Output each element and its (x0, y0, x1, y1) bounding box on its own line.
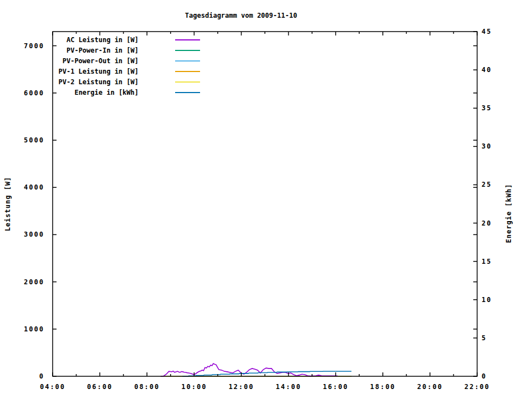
x-tick-label: 04:00 (33, 383, 72, 391)
legend-item-label: PV-Power-Out in [W] (22, 57, 139, 65)
y-tick-label: 0 (0, 372, 44, 380)
y2-tick-label: 25 (482, 181, 515, 188)
legend-item: AC Leistung in [W] (22, 34, 200, 45)
legend-item-label: PV-1 Leistung in [W] (22, 68, 139, 75)
x-tick-label: 10:00 (175, 383, 213, 391)
legend-item-line-sample (175, 71, 200, 72)
y-tick-label: 2000 (0, 278, 44, 286)
legend-item-line-sample (175, 60, 200, 62)
x-tick-label: 22:00 (458, 383, 497, 391)
y2-tick-label: 5 (482, 334, 515, 342)
legend-item: PV-Power-Out in [W] (22, 55, 200, 66)
y2-axis-title: Energie [kWh] (504, 158, 513, 269)
x-tick-label: 12:00 (222, 383, 260, 391)
x-tick-label: 18:00 (364, 383, 402, 391)
legend-item: PV-1 Leistung in [W] (22, 66, 200, 76)
x-tick-label: 06:00 (80, 383, 119, 391)
y-axis-title: Leistung [W] (3, 149, 12, 259)
legend-item-label: AC Leistung in [W] (22, 36, 139, 44)
y2-tick-label: 35 (482, 104, 515, 112)
y2-tick-label: 20 (482, 219, 515, 227)
legend-item: PV-Power-In in [W] (22, 45, 200, 55)
x-tick-label: 20:00 (411, 383, 449, 391)
legend-item-label: PV-Power-In in [W] (22, 47, 139, 54)
legend-item: PV-2 Leistung in [W] (22, 76, 200, 87)
y-tick-label: 4000 (0, 183, 44, 191)
chart-canvas: Tagesdiagramm vom 2009-11-10 Leistung [W… (0, 0, 532, 399)
legend-item-label: Energie in [kWh] (22, 89, 139, 96)
y-tick-label: 1000 (0, 325, 44, 333)
x-tick-label: 16:00 (316, 383, 355, 391)
x-tick-label: 14:00 (269, 383, 308, 391)
y-tick-label: 5000 (0, 136, 44, 144)
y-tick-label: 3000 (0, 231, 44, 238)
y2-tick-label: 0 (482, 372, 515, 380)
y2-tick-label: 45 (482, 28, 515, 35)
legend-item: Energie in [kWh] (22, 87, 200, 98)
y2-tick-label: 40 (482, 66, 515, 74)
y2-tick-label: 10 (482, 296, 515, 304)
legend-item-label: PV-2 Leistung in [W] (22, 78, 139, 86)
y2-tick-label: 30 (482, 142, 515, 150)
legend-item-line-sample (175, 39, 200, 40)
legend-item-line-sample (175, 50, 200, 51)
legend-item-line-sample (175, 92, 200, 93)
series-line-ac-leistung-in-w- (161, 364, 337, 376)
y2-tick-label: 15 (482, 258, 515, 265)
legend: AC Leistung in [W]PV-Power-In in [W]PV-P… (22, 34, 200, 98)
legend-item-line-sample (175, 81, 200, 83)
x-tick-label: 08:00 (127, 383, 166, 391)
